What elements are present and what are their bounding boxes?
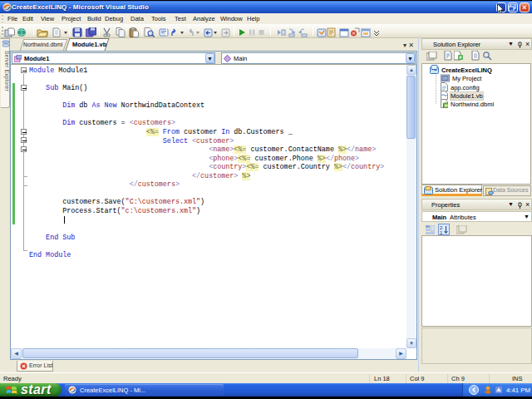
svg-text:1: 1 <box>440 230 443 234</box>
